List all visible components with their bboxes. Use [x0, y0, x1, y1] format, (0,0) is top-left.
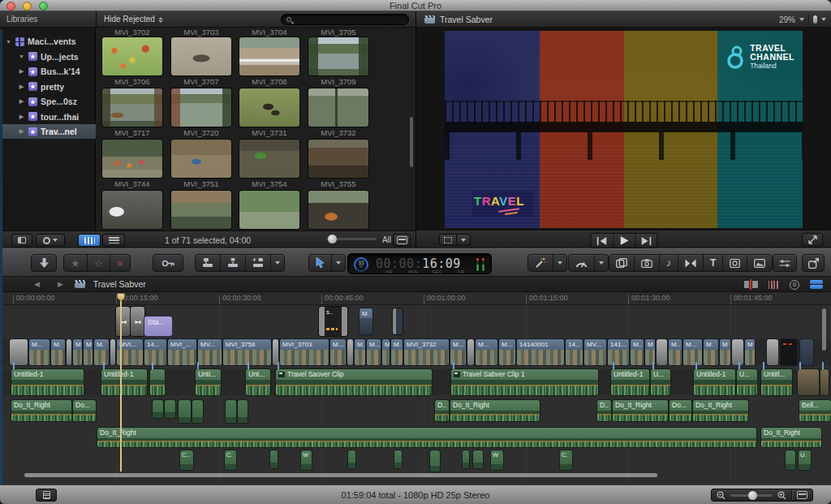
video-clip[interactable]: MVI_3703 [280, 339, 329, 365]
audio-clip[interactable]: D.. [435, 400, 449, 421]
enhancements-button[interactable] [528, 255, 553, 271]
photos-browser-button[interactable] [634, 255, 659, 271]
audio-clip[interactable] [798, 369, 819, 395]
audio-component-clip[interactable] [153, 400, 163, 418]
video-clip[interactable]: M. [704, 339, 718, 365]
video-clip[interactable] [347, 339, 353, 365]
timeline-index-button[interactable] [36, 489, 57, 502]
audio-component-clip[interactable]: C. [560, 450, 572, 470]
disclosure-triangle-icon[interactable]: ▶ [18, 98, 25, 105]
solo-icon[interactable]: S [790, 280, 799, 290]
audio-clip[interactable]: Untitled-1 [11, 369, 84, 395]
zoom-in-icon[interactable] [777, 491, 786, 500]
video-clip[interactable]: MVI_3732 [404, 339, 449, 365]
audio-component-clip[interactable]: W [301, 450, 312, 470]
video-clip[interactable] [767, 339, 778, 365]
go-to-start-button[interactable] [591, 234, 613, 248]
video-clip[interactable] [657, 339, 667, 365]
audio-clip[interactable]: Do_It_Right [450, 400, 540, 421]
video-clip[interactable] [800, 339, 813, 365]
browser-scrollbar[interactable] [410, 117, 413, 167]
audio-component-clip[interactable]: W [491, 450, 503, 470]
audio-component-clip[interactable] [226, 400, 236, 423]
themes-browser-button[interactable] [722, 255, 747, 271]
view-options-popup-icon[interactable] [821, 18, 826, 21]
title-clip[interactable]: Sta... [144, 317, 172, 336]
thumbnail-duration-slider[interactable] [326, 238, 377, 240]
video-clip[interactable]: M... [476, 339, 497, 365]
audio-component-clip[interactable] [473, 450, 483, 468]
video-clip[interactable] [110, 339, 115, 365]
video-clip[interactable]: MV... [198, 339, 222, 365]
connected-clip[interactable]: s.. [319, 307, 347, 336]
audio-clip[interactable]: U... [737, 369, 757, 395]
audio-component-clip[interactable] [348, 450, 355, 468]
transitions-browser-button[interactable] [678, 255, 703, 271]
video-clip[interactable]: M [382, 339, 390, 365]
clip-thumbnail[interactable] [308, 140, 368, 178]
clip-thumbnail[interactable] [171, 191, 231, 229]
clip-thumbnail[interactable] [308, 37, 368, 75]
video-clip[interactable]: M. [51, 339, 65, 365]
audio-component-clip[interactable] [430, 450, 440, 472]
background-tasks-indicator[interactable]: 93% [354, 257, 368, 272]
audio-clip[interactable]: Travel Sabver Clip 1 [451, 369, 598, 395]
timeline-vertical-scrollbar[interactable] [822, 308, 826, 351]
clip-thumbnail[interactable] [308, 88, 368, 127]
video-clip[interactable]: M. [94, 339, 109, 365]
append-clip-button[interactable] [245, 255, 270, 271]
video-clip[interactable]: M... [499, 339, 515, 365]
connect-clip-button[interactable] [196, 255, 220, 271]
clip-thumbnail[interactable] [171, 37, 231, 75]
video-clip[interactable]: M.. [669, 339, 682, 365]
filmstrip-view-button[interactable] [78, 234, 101, 247]
audio-clip[interactable]: Travel Saover Clip [276, 369, 432, 395]
clip-thumbnail[interactable] [171, 140, 231, 178]
video-clip[interactable]: MVI_... [168, 339, 196, 365]
timeline-forward-button[interactable]: ▶ [58, 280, 63, 288]
audio-component-clip[interactable] [463, 450, 469, 468]
reject-button[interactable]: × [110, 255, 130, 271]
audio-skimming-icon[interactable] [769, 281, 779, 289]
sidebar-item-pretty[interactable]: ▶★pretty [0, 80, 96, 94]
playhead[interactable] [120, 295, 122, 472]
sidebar-item-up-jects[interactable]: ▼★Up...jects [0, 50, 96, 64]
video-clip[interactable]: M.. [355, 339, 365, 365]
disclosure-triangle-icon[interactable]: ▶ [18, 68, 25, 75]
retime-button[interactable] [569, 255, 594, 271]
video-clip[interactable]: M. [391, 339, 403, 365]
connected-clip[interactable]: ▸◂ [116, 307, 130, 336]
disclosure-triangle-icon[interactable]: ▼ [18, 54, 25, 59]
list-view-button[interactable] [102, 234, 125, 247]
skimming-icon[interactable] [744, 281, 758, 288]
connected-clip[interactable] [393, 308, 403, 334]
enhancements-popup[interactable] [553, 255, 566, 271]
sidebar-item-spe-0sz[interactable]: ▶★Spe...0sz [0, 94, 96, 109]
slider-knob[interactable] [328, 235, 337, 243]
go-to-end-button[interactable] [635, 234, 657, 248]
zoom-out-icon[interactable] [717, 491, 726, 500]
video-clip[interactable]: MV... [584, 339, 606, 365]
search-input[interactable] [281, 14, 409, 25]
audio-component-clip[interactable] [786, 450, 795, 470]
clip-thumbnail[interactable] [102, 191, 162, 229]
timeline-zoom-slider[interactable] [730, 494, 773, 497]
audio-clip[interactable]: Do_It_Right [97, 428, 756, 447]
clip-appearance-icon[interactable] [797, 491, 807, 499]
transform-tool-button[interactable] [439, 234, 457, 246]
video-clip[interactable]: M... [29, 339, 50, 365]
video-clip[interactable]: M [73, 339, 82, 365]
clip-appearance-button[interactable] [393, 234, 411, 247]
audio-clip[interactable]: Do_It_Right [613, 400, 668, 421]
audio-component-clip[interactable] [238, 400, 248, 423]
audio-clip[interactable] [820, 369, 829, 395]
filter-popup[interactable]: Hide Rejected [104, 11, 163, 28]
zoom-popup-icon[interactable] [799, 18, 804, 21]
fullscreen-button[interactable] [802, 233, 823, 247]
music-browser-button[interactable]: ♪ [659, 255, 678, 271]
video-clip[interactable]: M... [683, 339, 702, 365]
disclosure-triangle-icon[interactable]: ▶ [18, 84, 25, 90]
clip-thumbnail[interactable] [102, 88, 162, 127]
video-clip[interactable]: M [745, 339, 755, 365]
clip-thumbnail[interactable] [239, 37, 299, 75]
